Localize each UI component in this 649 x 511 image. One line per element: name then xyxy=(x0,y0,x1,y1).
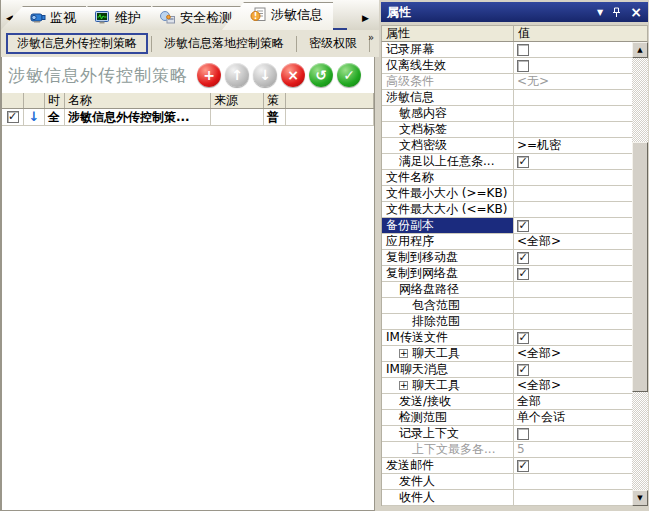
property-label: 发送邮件 xyxy=(382,458,514,473)
property-label: 满足以上任意条... xyxy=(382,154,514,169)
property-value: <无> xyxy=(514,74,632,89)
property-row[interactable]: 复制到移动盘✓ xyxy=(382,250,632,266)
apply-button[interactable]: ✓ xyxy=(337,63,361,87)
property-value xyxy=(514,42,632,57)
move-down-button[interactable]: ↓ xyxy=(253,63,277,87)
subtab-密级权限[interactable]: 密级权限 xyxy=(300,33,366,54)
policy-panel-header: 涉敏信息外传控制策略 +↑↓×↺✓ xyxy=(2,57,374,93)
chevron-down-icon[interactable]: ▼ xyxy=(597,8,603,17)
property-row[interactable]: 发送邮件✓ xyxy=(382,458,632,474)
vertical-scrollbar[interactable]: ▲ ▼ xyxy=(632,42,648,506)
row-direction-cell: ↓ xyxy=(24,109,45,125)
checkbox[interactable]: ✓ xyxy=(517,364,529,376)
checkbox[interactable]: ✓ xyxy=(517,332,529,344)
property-row[interactable]: 文档密级>=机密 xyxy=(382,138,632,154)
property-row[interactable]: 文件最小大小 (>=KB) xyxy=(382,186,632,202)
subtab-涉敏信息外传控制策略[interactable]: 涉敏信息外传控制策略 xyxy=(6,33,148,54)
delete-button[interactable]: × xyxy=(281,63,305,87)
row-source-cell xyxy=(211,109,264,125)
row-time-cell: 全 xyxy=(45,109,65,125)
property-row[interactable]: 文件最大大小 (<=KB) xyxy=(382,202,632,218)
property-row[interactable]: 收件人 xyxy=(382,490,632,506)
expand-plus-icon[interactable]: + xyxy=(399,349,408,358)
row-checkbox[interactable]: ✓ xyxy=(7,111,19,123)
property-row[interactable]: +聊天工具<全部> xyxy=(382,346,632,362)
property-row[interactable]: 满足以上任意条...✓ xyxy=(382,154,632,170)
property-row[interactable]: 高级条件<无> xyxy=(382,74,632,90)
property-row[interactable]: IM传送文件✓ xyxy=(382,330,632,346)
property-row[interactable]: 排除范围 xyxy=(382,314,632,330)
property-row[interactable]: 仅离线生效 xyxy=(382,58,632,74)
property-row[interactable]: +聊天工具<全部> xyxy=(382,378,632,394)
property-label-text: 涉敏信息 xyxy=(386,90,434,105)
property-row[interactable]: 发送/接收全部 xyxy=(382,394,632,410)
checkbox[interactable]: ✓ xyxy=(517,156,529,168)
property-row[interactable]: 复制到网络盘✓ xyxy=(382,266,632,282)
property-value xyxy=(514,314,632,329)
properties-grid: 记录屏幕仅离线生效高级条件<无>涉敏信息敏感内容文档标签文档密级>=机密满足以上… xyxy=(381,42,648,506)
property-label: 文件名称 xyxy=(382,170,514,185)
properties-column-header: 属性 值 xyxy=(381,25,648,42)
property-label: 文档密级 xyxy=(382,138,514,153)
undo-button[interactable]: ↺ xyxy=(309,63,333,87)
property-label-text: 上下文最多各... xyxy=(412,442,495,457)
property-label-text: 聊天工具 xyxy=(412,346,460,361)
subtab-涉敏信息落地控制策略[interactable]: 涉敏信息落地控制策略 xyxy=(155,33,293,54)
row-name-cell: 涉敏信息外传控制策... xyxy=(65,109,211,125)
add-button[interactable]: + xyxy=(197,63,221,87)
checkbox[interactable] xyxy=(517,44,529,56)
property-row[interactable]: 敏感内容 xyxy=(382,106,632,122)
move-up-button[interactable]: ↑ xyxy=(225,63,249,87)
property-label: 发送/接收 xyxy=(382,394,514,409)
property-value-text: <全部> xyxy=(517,234,561,249)
property-row[interactable]: 涉敏信息 xyxy=(382,90,632,106)
property-label-text: 发件人 xyxy=(399,474,435,489)
row-rest-cell xyxy=(286,109,374,125)
page-title: 涉敏信息外传控制策略 xyxy=(8,64,188,87)
property-label: 高级条件 xyxy=(382,74,514,89)
property-row[interactable]: 包含范围 xyxy=(382,298,632,314)
property-row[interactable]: 记录屏幕 xyxy=(382,42,632,58)
property-row[interactable]: 发件人 xyxy=(382,474,632,490)
checkbox[interactable]: ✓ xyxy=(517,460,529,472)
checkbox[interactable]: ✓ xyxy=(517,220,529,232)
property-row[interactable]: IM聊天消息✓ xyxy=(382,362,632,378)
checkbox[interactable]: ✓ xyxy=(517,252,529,264)
property-row[interactable]: 上下文最多各...5 xyxy=(382,442,632,458)
list-header-cell-4: 来源 xyxy=(211,93,264,108)
table-row[interactable]: ✓↓全涉敏信息外传控制策...普 xyxy=(2,109,374,126)
property-value-text: >=机密 xyxy=(517,138,561,153)
property-label: 上下文最多各... xyxy=(382,442,514,457)
monitor-icon xyxy=(94,10,111,25)
checkbox[interactable]: ✓ xyxy=(517,268,529,280)
property-label-text: 记录上下文 xyxy=(399,426,459,441)
property-label: 仅离线生效 xyxy=(382,58,514,73)
property-row[interactable]: 应用程序<全部> xyxy=(382,234,632,250)
list-header-cell-6 xyxy=(286,93,374,108)
scrollbar-thumb[interactable] xyxy=(632,142,648,392)
property-row[interactable]: 文件名称 xyxy=(382,170,632,186)
list-header-cell-3: 名称 xyxy=(65,93,211,108)
property-label: 排除范围 xyxy=(382,314,514,329)
tab-label: 监视 xyxy=(50,9,76,27)
property-row[interactable]: 文档标签 xyxy=(382,122,632,138)
scroll-up-icon[interactable]: ▲ xyxy=(632,42,648,58)
expand-plus-icon[interactable]: + xyxy=(399,381,408,390)
checkbox[interactable] xyxy=(517,60,529,72)
property-label-text: 文件名称 xyxy=(386,170,434,185)
property-row[interactable]: 备份副本✓ xyxy=(382,218,632,234)
pin-icon[interactable] xyxy=(612,7,621,18)
property-row[interactable]: 记录上下文 xyxy=(382,426,632,442)
property-row[interactable]: 网络盘路径 xyxy=(382,282,632,298)
property-label: 收件人 xyxy=(382,490,514,505)
properties-titlebar: 属性 ▼ × xyxy=(381,2,648,22)
property-row[interactable]: 检测范围单个会话 xyxy=(382,410,632,426)
property-value: ✓ xyxy=(514,250,632,265)
close-icon[interactable]: × xyxy=(630,6,642,18)
checkbox[interactable] xyxy=(517,428,529,440)
tab-scroll-right-icon[interactable]: ▶ xyxy=(359,9,372,26)
list-header-cell-0 xyxy=(2,93,24,108)
tab-strip: ◀ 监视维护安全检测!涉敏信息 ▶ xyxy=(1,0,379,30)
scroll-down-icon[interactable]: ▼ xyxy=(632,490,648,506)
overflow-chevron-icon[interactable]: » xyxy=(368,32,373,43)
